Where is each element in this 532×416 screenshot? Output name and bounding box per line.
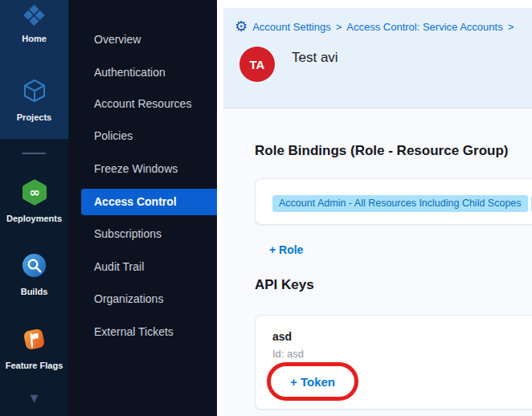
rail-divider bbox=[22, 153, 46, 154]
chevron-down-icon[interactable]: ▼ bbox=[0, 392, 68, 404]
main-content: ⚙ Account Settings > Access Control: Ser… bbox=[217, 0, 532, 416]
projects-icon bbox=[21, 77, 48, 108]
rail-item-label: Projects bbox=[17, 112, 51, 122]
annotation-red-circle: + Token bbox=[267, 362, 358, 401]
settings-nav-authentication[interactable]: Authentication bbox=[68, 59, 217, 86]
settings-nav-audit-trail[interactable]: Audit Trail bbox=[68, 254, 217, 280]
settings-nav-external-tickets[interactable]: External Tickets bbox=[68, 319, 217, 345]
home-icon: ❖ bbox=[21, 3, 47, 29]
settings-nav-access-control[interactable]: Access Control bbox=[81, 189, 217, 215]
add-token-button[interactable]: + Token bbox=[290, 375, 335, 389]
rail-item-label: Builds bbox=[21, 287, 48, 296]
settings-nav-organizations[interactable]: Organizations bbox=[68, 286, 217, 312]
content-panel: Role Bindings (Role - Resource Group) Ac… bbox=[223, 108, 532, 416]
role-bindings-heading: Role Bindings (Role - Resource Group) bbox=[255, 143, 508, 159]
add-role-button[interactable]: + Role bbox=[269, 243, 303, 256]
settings-nav-freeze-windows[interactable]: Freeze Windows bbox=[68, 156, 217, 182]
module-rail: ❖ Home Projects ∞ Deployments bbox=[0, 0, 68, 416]
rail-item-projects[interactable]: Projects bbox=[0, 77, 68, 122]
page-title: Test avi bbox=[292, 50, 338, 66]
settings-nav-subscriptions[interactable]: Subscriptions bbox=[68, 221, 217, 247]
rail-item-feature-flags[interactable]: Feature Flags bbox=[0, 326, 68, 370]
feature-flags-icon bbox=[21, 326, 47, 356]
rail-item-label: Feature Flags bbox=[6, 361, 63, 370]
role-bindings-card: Account Admin - All Resources Including … bbox=[255, 178, 532, 225]
deployments-icon: ∞ bbox=[21, 178, 48, 209]
svg-text:∞: ∞ bbox=[29, 185, 39, 200]
breadcrumb-separator: > bbox=[336, 21, 342, 33]
breadcrumb-access-control[interactable]: Access Control: Service Accounts bbox=[346, 21, 502, 33]
settings-nav-overview[interactable]: Overview bbox=[68, 27, 217, 53]
page-header: ⚙ Account Settings > Access Control: Ser… bbox=[223, 8, 532, 108]
settings-nav-policies[interactable]: Policies bbox=[68, 123, 217, 149]
rail-item-deployments[interactable]: ∞ Deployments bbox=[0, 178, 68, 223]
api-key-id: Id: asd bbox=[272, 348, 304, 360]
rail-item-label: Home bbox=[22, 34, 47, 43]
gear-icon[interactable]: ⚙ bbox=[235, 19, 248, 34]
settings-nav: Overview Authentication Account Resource… bbox=[68, 0, 217, 416]
avatar: TA bbox=[239, 47, 275, 82]
api-key-card: asd Id: asd + Token bbox=[255, 315, 532, 410]
settings-nav-account-resources[interactable]: Account Resources bbox=[68, 91, 217, 117]
rail-item-builds[interactable]: Builds bbox=[0, 252, 68, 296]
breadcrumb: ⚙ Account Settings > Access Control: Ser… bbox=[235, 19, 514, 34]
rail-item-home[interactable]: ❖ Home bbox=[0, 3, 68, 43]
rail-item-label: Deployments bbox=[6, 214, 62, 223]
api-key-name: asd bbox=[272, 330, 292, 343]
api-keys-heading: API Keys bbox=[255, 277, 314, 293]
breadcrumb-separator: > bbox=[508, 21, 514, 33]
breadcrumb-account-settings[interactable]: Account Settings bbox=[252, 21, 331, 33]
app-window: ❖ Home Projects ∞ Deployments bbox=[0, 0, 532, 416]
role-binding-badge[interactable]: Account Admin - All Resources Including … bbox=[272, 195, 528, 212]
builds-icon bbox=[21, 252, 47, 282]
